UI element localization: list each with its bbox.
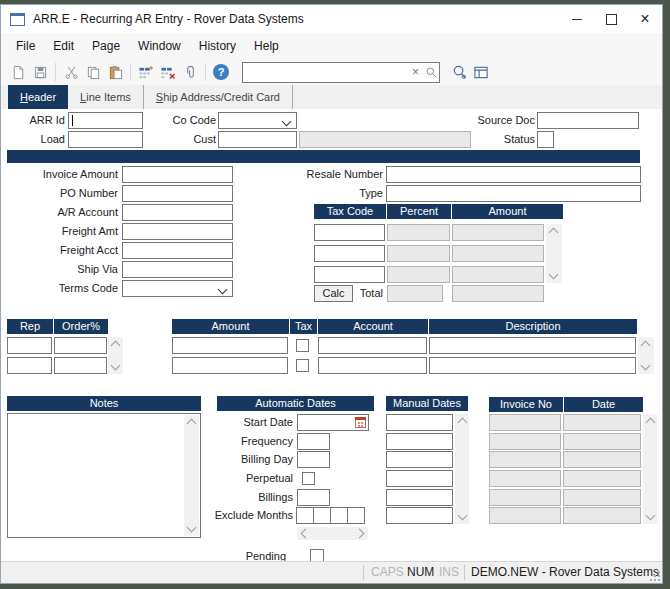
- layout-icon[interactable]: [470, 62, 492, 82]
- dist-amount-input[interactable]: [172, 337, 288, 354]
- manual-date-input[interactable]: [386, 470, 453, 487]
- manual-date-input[interactable]: [386, 489, 453, 506]
- exclude-months-inputs[interactable]: [297, 507, 365, 524]
- manual-date-input[interactable]: [386, 507, 453, 524]
- dist-tax-checkbox[interactable]: [296, 339, 309, 352]
- menu-history[interactable]: History: [190, 33, 245, 59]
- copy-icon[interactable]: [82, 62, 104, 82]
- scroll-down-icon[interactable]: [549, 270, 559, 280]
- status-input[interactable]: [537, 131, 554, 148]
- caps-indicator: CAPS: [371, 562, 404, 582]
- invoice-amount-input[interactable]: [122, 166, 233, 183]
- tab-ship-address-credit-card[interactable]: Ship Address/Credit Card: [144, 85, 293, 109]
- menu-window[interactable]: Window: [129, 33, 190, 59]
- tab-line-items[interactable]: Line Items: [68, 85, 144, 109]
- scroll-up-icon[interactable]: [641, 341, 651, 351]
- dist-account-input[interactable]: [318, 357, 427, 374]
- search-icon[interactable]: [423, 62, 439, 82]
- ar-account-input[interactable]: [122, 204, 233, 221]
- rep-input[interactable]: [7, 357, 52, 374]
- pending-checkbox[interactable]: [310, 549, 324, 561]
- search-input[interactable]: [243, 64, 408, 81]
- order-pct-input[interactable]: [54, 337, 107, 354]
- calc-button[interactable]: Calc: [314, 285, 353, 302]
- billings-input[interactable]: [297, 489, 330, 506]
- scroll-up-icon[interactable]: [458, 418, 468, 428]
- exclude-month-cell[interactable]: [330, 507, 348, 524]
- dist-description-input[interactable]: [429, 357, 636, 374]
- dist-description-input[interactable]: [429, 337, 636, 354]
- manual-date-input[interactable]: [386, 414, 453, 431]
- invoice-table-scrollbar[interactable]: [643, 414, 657, 524]
- rep-input[interactable]: [7, 337, 52, 354]
- order-pct-input[interactable]: [54, 357, 107, 374]
- minimize-button[interactable]: [560, 5, 594, 33]
- scroll-down-icon[interactable]: [646, 511, 656, 521]
- dist-table-scrollbar[interactable]: [638, 337, 654, 374]
- scroll-down-icon[interactable]: [111, 361, 121, 371]
- ship-via-input[interactable]: [122, 261, 233, 278]
- calendar-icon[interactable]: [355, 417, 366, 428]
- source-doc-input[interactable]: [537, 112, 639, 129]
- type-input[interactable]: [386, 185, 641, 202]
- tax-percent-field: [387, 224, 450, 241]
- paste-icon[interactable]: [104, 62, 126, 82]
- tax-table-scrollbar[interactable]: [546, 224, 562, 283]
- delete-rows-icon[interactable]: [157, 62, 179, 82]
- manual-dates-scrollbar[interactable]: [455, 414, 469, 524]
- clear-search-icon[interactable]: ×: [408, 65, 423, 79]
- terms-code-dropdown[interactable]: [122, 280, 233, 297]
- freight-acct-input[interactable]: [122, 242, 233, 259]
- save-icon[interactable]: [29, 62, 51, 82]
- exclude-month-cell[interactable]: [347, 507, 365, 524]
- po-number-input[interactable]: [122, 185, 233, 202]
- lookup-icon[interactable]: [448, 62, 470, 82]
- tax-code-input[interactable]: [314, 245, 385, 262]
- dist-amount-input[interactable]: [172, 357, 288, 374]
- close-button[interactable]: ×: [628, 5, 662, 33]
- maximize-button[interactable]: [594, 5, 628, 33]
- rep-table-scrollbar[interactable]: [108, 337, 123, 374]
- resale-number-input[interactable]: [386, 166, 641, 183]
- cust-input[interactable]: [218, 131, 297, 148]
- manual-date-input[interactable]: [386, 433, 453, 450]
- chevron-down-icon: [218, 285, 228, 295]
- load-input[interactable]: [68, 131, 143, 148]
- new-document-icon[interactable]: [7, 62, 29, 82]
- insert-rows-icon[interactable]: [135, 62, 157, 82]
- dist-tax-checkbox[interactable]: [296, 359, 309, 372]
- menu-page[interactable]: Page: [83, 33, 129, 59]
- arr-id-input[interactable]: [68, 112, 143, 129]
- scroll-right-icon[interactable]: [355, 529, 365, 539]
- freight-amt-input[interactable]: [122, 223, 233, 240]
- tax-code-input[interactable]: [314, 266, 385, 283]
- help-icon[interactable]: ?: [210, 62, 232, 82]
- resize-grip[interactable]: [650, 571, 660, 581]
- perpetual-checkbox[interactable]: [302, 472, 315, 485]
- tax-code-input[interactable]: [314, 224, 385, 241]
- menu-help[interactable]: Help: [245, 33, 288, 59]
- notes-textarea[interactable]: [7, 413, 201, 538]
- scroll-up-icon[interactable]: [646, 418, 656, 428]
- dist-account-input[interactable]: [318, 337, 427, 354]
- manual-date-input[interactable]: [386, 451, 453, 468]
- scroll-down-icon[interactable]: [458, 511, 468, 521]
- cut-icon[interactable]: [60, 62, 82, 82]
- frequency-input[interactable]: [297, 433, 330, 450]
- scroll-down-icon[interactable]: [187, 523, 197, 533]
- menu-file[interactable]: File: [7, 33, 44, 59]
- menu-edit[interactable]: Edit: [44, 33, 83, 59]
- scroll-up-icon[interactable]: [549, 228, 559, 238]
- exclude-months-scrollbar[interactable]: [297, 527, 368, 540]
- exclude-month-cell[interactable]: [313, 507, 331, 524]
- start-date-input[interactable]: [297, 414, 369, 431]
- invoice-no-field: [489, 451, 561, 468]
- scroll-down-icon[interactable]: [641, 361, 651, 371]
- exclude-month-cell[interactable]: [296, 507, 314, 524]
- scroll-left-icon[interactable]: [301, 529, 311, 539]
- tab-header[interactable]: Header: [8, 85, 68, 109]
- scroll-up-icon[interactable]: [111, 341, 121, 351]
- billing-day-input[interactable]: [297, 451, 330, 468]
- attachment-icon[interactable]: [179, 62, 201, 82]
- co-code-dropdown[interactable]: [218, 112, 297, 129]
